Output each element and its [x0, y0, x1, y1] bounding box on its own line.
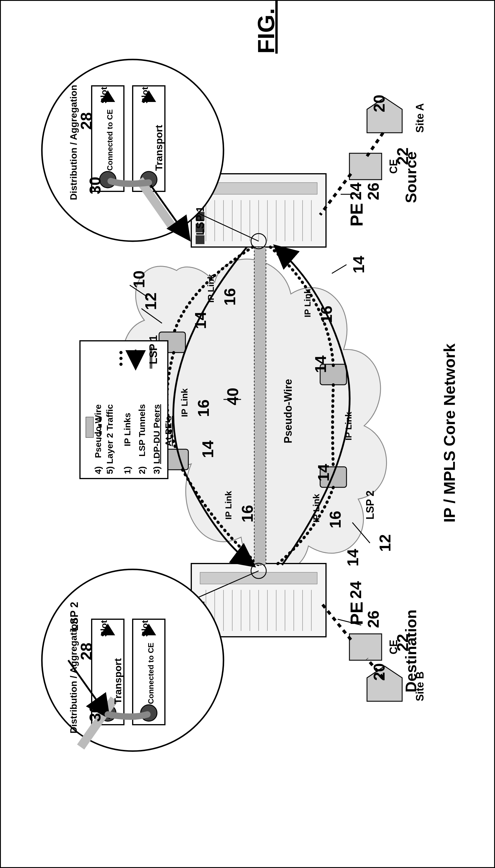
svg-rect-42 — [349, 153, 382, 180]
ref-14a: 14 — [349, 256, 368, 273]
figure-title: FIG. 1 — [253, 0, 280, 54]
legend-l3: LDP-DU Peers — [152, 404, 162, 464]
legend-n2: 2) — [137, 466, 147, 474]
ref-24b: 24 — [346, 581, 365, 599]
lbl-distagg-d: Distribution / Aggregation — [68, 618, 79, 734]
ref-16c: 16 — [238, 505, 256, 522]
ce-b — [349, 634, 382, 660]
ref-26b: 26 — [364, 611, 382, 628]
legend-l1: IP Links — [122, 413, 132, 447]
lbl-connected-d: Connected to CE — [147, 642, 155, 704]
lbl-iplink-4: IP Link — [303, 289, 312, 317]
legend-title: At PE's — [164, 416, 173, 446]
ref-16d: 16 — [317, 306, 335, 323]
page: FIG. 1 — [0, 0, 495, 868]
ref-20b: 20 — [370, 663, 388, 681]
lbl-lsp1-inset: LSP 1 — [194, 206, 206, 235]
svg-line-79 — [332, 265, 346, 273]
ref-40: 40 — [223, 388, 242, 405]
ref-30b: 30 — [86, 704, 104, 722]
ref-28b: 28 — [77, 642, 95, 660]
lbl-pea: PE — [346, 203, 367, 227]
ref-16b: 16 — [194, 399, 212, 417]
lbl-transport-s: Transport — [153, 125, 165, 171]
ref-24a: 24 — [346, 183, 365, 200]
ref-14e: 14 — [314, 464, 332, 482]
lbl-slot-d1: Slot — [99, 620, 109, 637]
ref-10: 10 — [130, 270, 148, 288]
lbl-lsp2-inset: LSP 2 — [68, 602, 81, 631]
legend-n4: 4) — [93, 466, 103, 474]
ref-12b: 12 — [376, 534, 394, 552]
svg-rect-18 — [196, 235, 204, 244]
ref-22a: 22 — [393, 147, 411, 165]
lbl-distagg-s: Distribution / Aggregation — [68, 85, 79, 200]
ref-22b: 22 — [393, 634, 411, 651]
svg-rect-74 — [86, 417, 93, 437]
svg-point-70 — [120, 363, 122, 366]
svg-point-68 — [120, 351, 122, 354]
ref-14c: 14 — [199, 440, 217, 458]
lbl-iplink-5: IP Link — [344, 412, 354, 440]
ref-26a: 26 — [364, 183, 382, 200]
ref-30a: 30 — [86, 177, 104, 194]
lbl-connected-s: Connected to CE — [105, 109, 115, 170]
lbl-lsp1-path: LSP 1 — [147, 335, 160, 364]
legend-l4: Pseudo-Wire — [93, 404, 103, 458]
lbl-siteb: Site B — [414, 671, 426, 701]
lbl-transport-d: Transport — [112, 658, 124, 704]
lbl-iplink-6: IP Link — [311, 494, 321, 522]
ref-16a: 16 — [221, 288, 239, 306]
legend-n1: 1) — [122, 466, 132, 474]
lbl-pseudowire: Pseudo-Wire — [282, 379, 294, 444]
lbl-sitea: Site A — [414, 103, 426, 133]
legend-n3: 3) — [152, 466, 162, 474]
lbl-iplink-3: IP Link — [223, 491, 234, 520]
legend-l2: LSP Tunnels — [137, 404, 147, 456]
ref-28a: 28 — [77, 112, 95, 130]
svg-rect-44 — [349, 634, 382, 660]
ce-a — [349, 153, 382, 180]
lbl-slot-s2: Slot — [140, 87, 150, 103]
ref-14b: 14 — [191, 312, 209, 329]
ref-14f: 14 — [344, 549, 362, 566]
ref-14d: 14 — [311, 355, 329, 373]
lbl-peb: PE — [346, 602, 367, 625]
diagram-stage: IP / MPLS Core Network Source Destinatio… — [36, 48, 461, 821]
svg-point-69 — [120, 357, 122, 360]
lbl-iplink-2: IP Link — [180, 388, 189, 417]
lbl-lsp2-path: LSP 2 — [364, 490, 376, 520]
footer-caption: IP / MPLS Core Network — [440, 344, 458, 522]
lbl-slot-d2: Slot — [140, 620, 150, 637]
lbl-slot-s1: Slot — [99, 87, 109, 103]
legend-n5: 5) — [105, 466, 115, 474]
lbl-iplink-1: IP Link — [206, 274, 216, 303]
ref-12a: 12 — [141, 293, 160, 310]
ref-20a: 20 — [370, 95, 388, 112]
legend-l5: Layer 2 Traffic — [105, 404, 115, 464]
ref-16f: 16 — [326, 511, 344, 528]
